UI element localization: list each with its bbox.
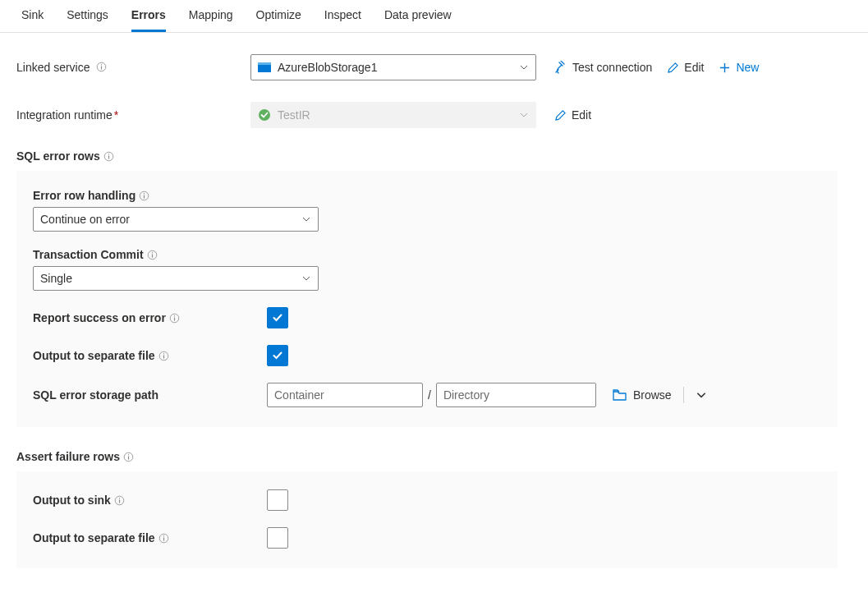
svg-rect-19 xyxy=(163,356,164,359)
pencil-icon xyxy=(554,109,567,122)
error-row-handling-label: Error row handling xyxy=(33,189,821,202)
assert-output-separate-file-label: Output to separate file xyxy=(33,531,267,544)
check-icon xyxy=(271,349,284,362)
plug-icon xyxy=(554,61,567,74)
browse-chevron[interactable] xyxy=(696,389,707,401)
assert-failure-rows-heading: Assert failure rows xyxy=(16,450,838,463)
assert-output-separate-file-checkbox[interactable] xyxy=(267,527,288,549)
svg-rect-2 xyxy=(101,64,102,65)
info-icon xyxy=(114,495,125,506)
container-input[interactable] xyxy=(267,383,423,407)
chevron-down-icon xyxy=(301,273,311,283)
folder-icon xyxy=(613,389,627,402)
integration-runtime-value: TestIR xyxy=(278,108,310,122)
svg-rect-26 xyxy=(119,498,120,498)
svg-rect-1 xyxy=(101,67,102,70)
output-separate-file-checkbox[interactable] xyxy=(267,345,288,366)
linked-service-label: Linked service xyxy=(16,61,250,74)
sql-error-rows-panel: Error row handling Continue on error Tra… xyxy=(16,171,838,427)
tab-mapping[interactable]: Mapping xyxy=(189,8,233,32)
svg-rect-14 xyxy=(152,252,153,253)
directory-input[interactable] xyxy=(436,383,596,407)
assert-failure-rows-panel: Output to sink Output to separate file xyxy=(16,471,838,568)
tab-inspect[interactable]: Inspect xyxy=(324,8,361,32)
sql-error-rows-heading: SQL error rows xyxy=(16,149,838,163)
transaction-commit-label: Transaction Commit xyxy=(33,248,821,261)
svg-rect-11 xyxy=(144,193,145,194)
svg-rect-23 xyxy=(128,454,129,455)
tab-data-preview[interactable]: Data preview xyxy=(384,8,452,32)
svg-point-5 xyxy=(259,109,270,121)
svg-rect-4 xyxy=(258,62,271,65)
chevron-down-icon xyxy=(519,110,529,120)
svg-rect-25 xyxy=(119,500,120,503)
svg-rect-28 xyxy=(163,538,164,541)
edit-integration-runtime-button[interactable]: Edit xyxy=(554,108,591,122)
svg-rect-17 xyxy=(174,315,175,316)
svg-rect-22 xyxy=(128,457,129,460)
info-icon xyxy=(147,250,158,260)
test-connection-button[interactable]: Test connection xyxy=(554,61,652,74)
error-row-handling-select[interactable]: Continue on error xyxy=(33,207,319,232)
svg-rect-20 xyxy=(163,353,164,354)
storage-icon xyxy=(258,62,271,72)
transaction-commit-select[interactable]: Single xyxy=(33,266,319,291)
tab-sink[interactable]: Sink xyxy=(21,8,44,32)
sql-error-storage-path-label: SQL error storage path xyxy=(33,388,267,402)
tab-settings[interactable]: Settings xyxy=(67,8,108,32)
tab-errors[interactable]: Errors xyxy=(131,8,166,32)
info-icon xyxy=(158,533,169,544)
tab-optimize[interactable]: Optimize xyxy=(256,8,301,32)
info-icon xyxy=(96,62,107,72)
report-success-label: Report success on error xyxy=(33,311,267,324)
svg-rect-29 xyxy=(163,535,164,536)
info-icon xyxy=(103,151,114,162)
success-icon xyxy=(258,108,271,122)
path-separator: / xyxy=(428,388,431,402)
browse-button[interactable]: Browse xyxy=(633,388,672,402)
svg-rect-10 xyxy=(144,195,145,199)
linked-service-value: AzureBlobStorage1 xyxy=(278,61,377,74)
pencil-icon xyxy=(667,62,679,74)
chevron-down-icon xyxy=(301,214,311,224)
info-icon xyxy=(123,452,134,462)
linked-service-dropdown[interactable]: AzureBlobStorage1 xyxy=(250,54,536,80)
chevron-down-icon xyxy=(696,389,707,401)
svg-rect-3 xyxy=(258,64,271,72)
output-to-sink-label: Output to sink xyxy=(33,494,267,507)
integration-runtime-dropdown[interactable]: TestIR xyxy=(250,102,536,128)
separator xyxy=(683,387,684,403)
new-linked-service-button[interactable]: New xyxy=(719,61,759,74)
svg-rect-13 xyxy=(152,255,153,258)
info-icon xyxy=(169,313,180,324)
output-separate-file-label: Output to separate file xyxy=(33,349,267,362)
report-success-checkbox[interactable] xyxy=(267,307,288,328)
svg-rect-8 xyxy=(108,154,109,154)
check-icon xyxy=(271,311,284,324)
info-icon xyxy=(158,351,169,361)
svg-rect-7 xyxy=(108,156,109,159)
integration-runtime-label: Integration runtime* xyxy=(16,108,250,122)
plus-icon xyxy=(719,62,731,74)
tab-bar: Sink Settings Errors Mapping Optimize In… xyxy=(0,0,868,33)
chevron-down-icon xyxy=(519,62,529,72)
svg-rect-16 xyxy=(174,318,175,321)
edit-linked-service-button[interactable]: Edit xyxy=(667,61,704,74)
info-icon xyxy=(139,191,149,201)
output-to-sink-checkbox[interactable] xyxy=(267,489,288,511)
